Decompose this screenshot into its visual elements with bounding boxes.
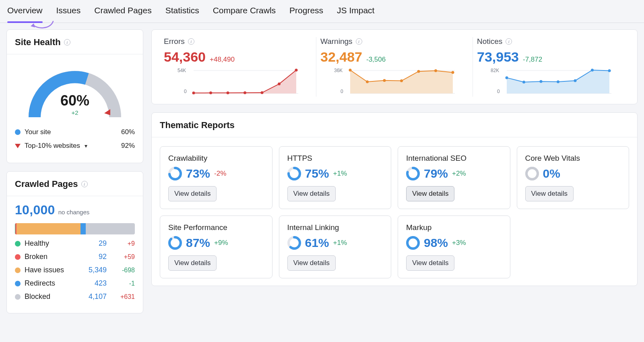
svg-point-17 xyxy=(366,81,369,83)
crawled-pages-title-text: Crawled Pages xyxy=(15,179,78,189)
info-icon[interactable]: i xyxy=(64,39,70,46)
svg-text:36K: 36K xyxy=(334,68,343,73)
view-details-button[interactable]: View details xyxy=(406,255,454,271)
view-details-button[interactable]: View details xyxy=(168,186,217,201)
tab-progress[interactable]: Progress xyxy=(289,6,323,23)
dot-icon xyxy=(15,294,21,300)
svg-text:0: 0 xyxy=(341,89,343,94)
svg-point-31 xyxy=(574,79,577,82)
crawled-pages-card: Crawled Pages i 10,000 no changes Health… xyxy=(6,171,143,313)
dot-icon xyxy=(15,281,21,286)
legend-top10[interactable]: Top-10% websites ▾ 92% xyxy=(15,142,135,150)
svg-point-7 xyxy=(227,91,229,94)
dot-icon xyxy=(15,254,21,260)
svg-text:82K: 82K xyxy=(491,68,499,73)
bar-seg-redirects[interactable] xyxy=(80,223,86,234)
crawled-row-label: Broken xyxy=(25,253,75,261)
info-icon[interactable]: i xyxy=(188,38,194,45)
tab-statistics[interactable]: Statistics xyxy=(165,6,199,23)
report-site-performance: Site Performance 87% +9% View details xyxy=(160,216,272,278)
bar-seg-issues[interactable] xyxy=(17,223,80,234)
kpi-sparkline: 82K 0 xyxy=(477,67,625,95)
svg-point-11 xyxy=(295,69,298,72)
svg-text:0: 0 xyxy=(184,89,187,94)
kpi-value[interactable]: 54,360 xyxy=(164,49,206,65)
crawled-row-value: 423 xyxy=(79,279,107,288)
crawled-row-value: 29 xyxy=(79,239,107,248)
view-details-button[interactable]: View details xyxy=(168,255,217,271)
bar-seg-blocked[interactable] xyxy=(86,223,135,234)
kpi-value[interactable]: 32,487 xyxy=(320,49,362,65)
svg-point-29 xyxy=(540,80,543,83)
svg-point-27 xyxy=(506,77,508,79)
kpi-sparkline: 54K 0 xyxy=(164,67,312,95)
crawled-row-label: Have issues xyxy=(25,266,75,274)
report-pct: 61% xyxy=(305,236,329,250)
thematic-reports-title: Thematic Reports xyxy=(152,113,637,137)
svg-point-21 xyxy=(434,69,437,72)
report-internal-linking: Internal Linking 61% +1% View details xyxy=(279,216,392,278)
report-https: HTTPS 75% +1% View details xyxy=(279,146,392,209)
view-details-button[interactable]: View details xyxy=(287,255,336,271)
crawled-row-label: Blocked xyxy=(25,292,75,301)
view-details-button[interactable]: View details xyxy=(287,186,336,201)
legend-pct: 60% xyxy=(121,128,135,136)
svg-point-28 xyxy=(522,81,525,83)
info-icon[interactable]: i xyxy=(506,38,512,45)
report-delta: +1% xyxy=(333,239,347,247)
crawled-row-healthy[interactable]: Healthy 29 +9 xyxy=(15,239,135,248)
donut-icon xyxy=(287,167,301,180)
tab-issues[interactable]: Issues xyxy=(56,6,81,23)
svg-text:54K: 54K xyxy=(178,68,186,73)
view-details-button[interactable]: View details xyxy=(406,186,454,201)
crawled-row-issues[interactable]: Have issues 5,349 -698 xyxy=(15,266,135,274)
report-crawlability: Crawlability 73% -2% View details xyxy=(160,146,272,209)
report-delta: +2% xyxy=(452,170,466,178)
crawled-row-label: Healthy xyxy=(25,239,75,248)
crawled-pages-title: Crawled Pages i xyxy=(7,172,143,196)
svg-point-20 xyxy=(417,70,420,73)
crawled-row-broken[interactable]: Broken 92 +59 xyxy=(15,253,135,261)
crawled-total-value[interactable]: 10,000 xyxy=(15,203,55,218)
kpi-delta: -7,872 xyxy=(523,56,542,64)
crawled-row-value: 4,107 xyxy=(79,292,107,301)
kpi-delta: +48,490 xyxy=(210,56,235,64)
report-pct: 98% xyxy=(424,236,448,250)
donut-icon xyxy=(287,236,301,250)
svg-point-41 xyxy=(526,168,538,179)
report-name: Crawlability xyxy=(168,154,264,163)
tab-crawled-pages[interactable]: Crawled Pages xyxy=(94,6,151,23)
svg-point-18 xyxy=(383,79,386,82)
svg-point-19 xyxy=(400,79,403,82)
svg-point-47 xyxy=(407,237,419,249)
donut-icon xyxy=(168,236,182,250)
chevron-down-icon: ▾ xyxy=(85,143,87,149)
donut-icon xyxy=(168,167,182,180)
report-delta: +9% xyxy=(214,239,228,247)
crawled-total-delta: no changes xyxy=(58,209,90,216)
view-details-button[interactable]: View details xyxy=(525,186,574,201)
crawled-row-blocked[interactable]: Blocked 4,107 +631 xyxy=(15,292,135,301)
site-health-title: Site Health i xyxy=(7,30,143,54)
triangle-icon xyxy=(15,144,21,148)
info-icon[interactable]: i xyxy=(356,38,362,45)
report-name: HTTPS xyxy=(287,154,383,163)
kpi-title: Warnings i xyxy=(320,37,469,46)
legend-label: Your site xyxy=(25,128,117,136)
tab-compare-crawls[interactable]: Compare Crawls xyxy=(213,6,276,23)
report-name: Markup xyxy=(406,223,502,232)
gauge-delta: +2 xyxy=(15,109,135,116)
site-health-gauge: 60% +2 xyxy=(15,61,135,122)
kpi-value[interactable]: 73,953 xyxy=(477,49,519,65)
tab-overview[interactable]: Overview xyxy=(7,6,43,23)
tab-js-impact[interactable]: JS Impact xyxy=(337,6,374,23)
report-international-seo: International SEO 79% +2% View details xyxy=(398,146,510,209)
info-icon[interactable]: i xyxy=(81,181,88,187)
report-core-web-vitals: Core Web Vitals 0% View details xyxy=(517,146,630,209)
kpi-title: Errors i xyxy=(164,37,312,46)
crawled-row-redirects[interactable]: Redirects 423 -1 xyxy=(15,279,135,288)
nav-tabs: OverviewIssuesCrawled PagesStatisticsCom… xyxy=(0,0,644,23)
svg-point-5 xyxy=(192,91,195,94)
crawled-row-delta: +9 xyxy=(111,240,135,247)
kpi-errors: Errors i 54,360 +48,490 54K 0 xyxy=(160,37,316,97)
